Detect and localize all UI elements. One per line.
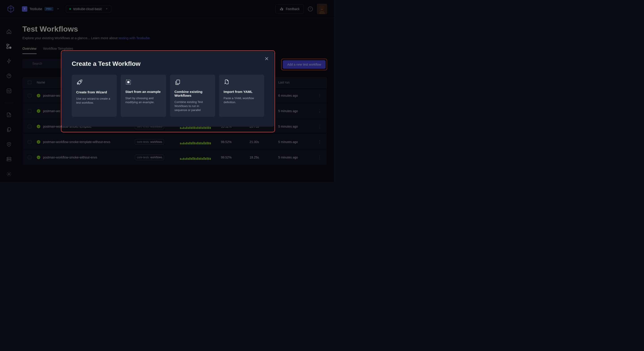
- card-desc: Start by choosing and modifying an examp…: [125, 96, 161, 104]
- card-desc: Use our wizard to create a test workflow…: [76, 97, 112, 105]
- card-combine-workflows[interactable]: Combine existing Workflows Combine exist…: [170, 74, 215, 117]
- card-desc: Combine existing Test Workflows to run i…: [174, 100, 211, 112]
- card-import-yaml[interactable]: Import from YAML Paste a YAML workflow d…: [219, 74, 264, 117]
- card-title: Start from an example: [125, 90, 161, 94]
- card-create-wizard[interactable]: Create from Wizard Use our wizard to cre…: [72, 74, 117, 117]
- close-icon: [265, 57, 269, 61]
- svg-rect-22: [176, 80, 180, 84]
- select-icon: [125, 79, 161, 85]
- rocket-icon: [76, 79, 112, 86]
- create-workflow-modal: Create a Test Workflow Create from Wizar…: [62, 51, 274, 127]
- card-title: Create from Wizard: [76, 90, 112, 94]
- svg-rect-21: [128, 81, 129, 83]
- modal-title: Create a Test Workflow: [72, 60, 264, 67]
- card-desc: Paste a YAML workflow definition.: [224, 96, 260, 104]
- modal-close-button[interactable]: [265, 57, 269, 61]
- import-icon: [224, 79, 260, 85]
- svg-point-19: [80, 81, 81, 82]
- card-start-example[interactable]: Start from an example Start by choosing …: [121, 74, 166, 117]
- modal-card-grid: Create from Wizard Use our wizard to cre…: [72, 74, 264, 117]
- card-title: Combine existing Workflows: [174, 90, 211, 97]
- copy-icon: [174, 79, 211, 85]
- card-title: Import from YAML: [224, 90, 260, 94]
